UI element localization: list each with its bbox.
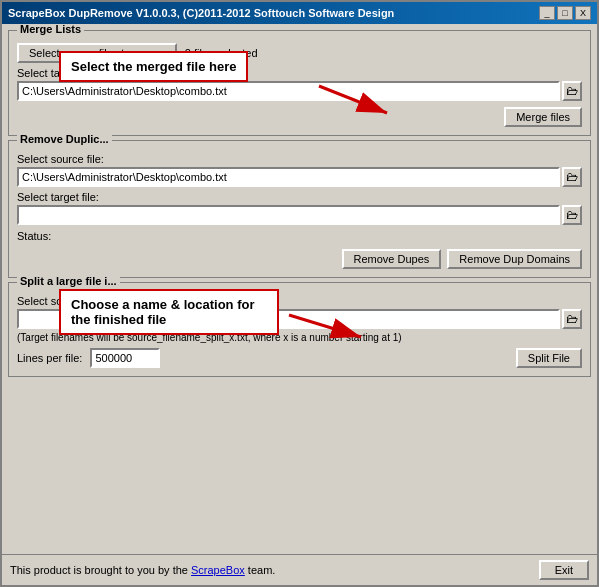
source-file-row: 🗁: [17, 167, 582, 187]
minimize-button[interactable]: _: [539, 6, 555, 20]
lines-per-file-input[interactable]: [90, 348, 160, 368]
footer-text-before: This product is brought to you by the: [10, 564, 191, 576]
dup-target-file-label: Select target file:: [17, 191, 582, 203]
scrapebox-link[interactable]: ScrapeBox: [191, 564, 245, 576]
source-file-label: Select source file:: [17, 153, 582, 165]
split-file-title: Split a large file i...: [17, 275, 120, 287]
merge-tooltip-text: Select the merged file here: [71, 59, 236, 74]
split-tooltip-text: Choose a name & location for the finishe…: [71, 297, 254, 327]
dup-target-browse-button[interactable]: 🗁: [562, 205, 582, 225]
source-file-browse-button[interactable]: 🗁: [562, 167, 582, 187]
window-controls: _ □ X: [539, 6, 591, 20]
split-source-browse-button[interactable]: 🗁: [562, 309, 582, 329]
merge-lists-title: Merge Lists: [17, 24, 84, 35]
title-bar: ScrapeBox DupRemove V1.0.0.3, (C)2011-20…: [2, 2, 597, 24]
target-file-input[interactable]: [17, 81, 560, 101]
main-window: ScrapeBox DupRemove V1.0.0.3, (C)2011-20…: [0, 0, 599, 587]
window-title: ScrapeBox DupRemove V1.0.0.3, (C)2011-20…: [8, 7, 394, 19]
status-row: Status:: [17, 229, 582, 243]
status-label: Status:: [17, 230, 51, 242]
target-file-browse-button[interactable]: 🗁: [562, 81, 582, 101]
maximize-button[interactable]: □: [557, 6, 573, 20]
lines-per-file-label: Lines per file:: [17, 352, 82, 364]
close-button[interactable]: X: [575, 6, 591, 20]
exit-button[interactable]: Exit: [539, 560, 589, 580]
lines-per-file-row: Lines per file: Split File: [17, 348, 582, 368]
split-file-button[interactable]: Split File: [516, 348, 582, 368]
footer-text-after: team.: [245, 564, 276, 576]
footer: This product is brought to you by the Sc…: [2, 554, 597, 585]
source-file-input[interactable]: [17, 167, 560, 187]
merge-lists-group: Merge Lists Select source files to merge…: [8, 30, 591, 136]
remove-duplicates-group: Remove Duplic... Select source file: 🗁 S…: [8, 140, 591, 278]
remove-dup-title: Remove Duplic...: [17, 133, 112, 145]
split-tooltip-box: Choose a name & location for the finishe…: [59, 289, 279, 335]
merge-files-button[interactable]: Merge files: [504, 107, 582, 127]
dup-target-file-input[interactable]: [17, 205, 560, 225]
footer-text: This product is brought to you by the Sc…: [10, 564, 275, 576]
dup-target-file-row: 🗁: [17, 205, 582, 225]
target-file-row: 🗁: [17, 81, 582, 101]
window-body: Merge Lists Select source files to merge…: [2, 24, 597, 554]
merge-tooltip-box: Select the merged file here: [59, 51, 248, 82]
split-file-group: Split a large file i... Select source...…: [8, 282, 591, 377]
remove-dup-domains-button[interactable]: Remove Dup Domains: [447, 249, 582, 269]
remove-dupes-button[interactable]: Remove Dupes: [342, 249, 442, 269]
